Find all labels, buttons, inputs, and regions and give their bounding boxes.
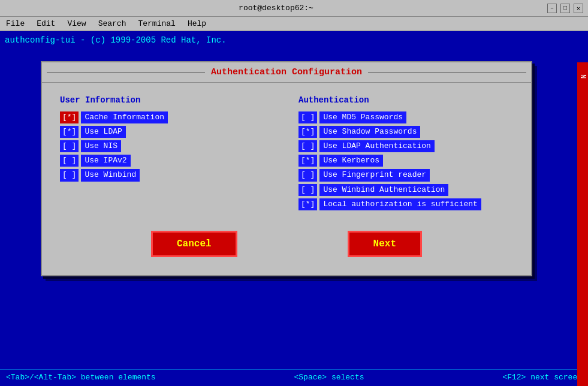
window-bar: root@desktop62:~ – □ ✕: [0, 0, 588, 17]
dialog-body: User Information [*] Cache Information […: [42, 83, 531, 275]
label-md5: Use MD5 Passwords: [319, 111, 406, 123]
menu-edit[interactable]: Edit: [34, 19, 58, 29]
checkbox-shadow[interactable]: [*]: [298, 126, 317, 138]
option-kerberos[interactable]: [*] Use Kerberos: [298, 155, 513, 167]
option-local-auth[interactable]: [*] Local authorization is sufficient: [298, 198, 513, 210]
dialog-buttons: Cancel Next: [60, 231, 513, 257]
checkbox-ldap-auth[interactable]: [ ]: [298, 140, 317, 152]
window-controls: – □ ✕: [547, 4, 583, 13]
checkbox-md5[interactable]: [ ]: [298, 111, 317, 123]
option-use-winbind[interactable]: [ ] Use Winbind: [60, 169, 275, 181]
label-winbind-auth: Use Winbind Authentication: [319, 184, 448, 196]
auth-heading: Authentication: [298, 95, 513, 107]
label-shadow: Use Shadow Passwords: [319, 126, 420, 138]
columns: User Information [*] Cache Information […: [60, 95, 513, 213]
window-title: root@desktop62:~: [5, 4, 547, 13]
right-edge-bar: N: [577, 62, 588, 386]
option-md5[interactable]: [ ] Use MD5 Passwords: [298, 111, 513, 123]
next-button[interactable]: Next: [348, 231, 422, 257]
menu-file[interactable]: File: [4, 19, 27, 29]
option-cache-info[interactable]: [*] Cache Information: [60, 111, 275, 123]
checkbox-ldap[interactable]: [*]: [60, 126, 79, 138]
status-bar: <Tab>/<Alt-Tab> between elements <Space>…: [0, 369, 588, 386]
option-fingerprint[interactable]: [ ] Use Fingerprint reader: [298, 169, 513, 181]
checkbox-nis[interactable]: [ ]: [60, 140, 79, 152]
checkbox-kerberos[interactable]: [*]: [298, 155, 317, 167]
user-info-column: User Information [*] Cache Information […: [60, 95, 275, 213]
label-nis: Use NIS: [81, 140, 121, 152]
label-ldap-auth: Use LDAP Authentication: [319, 140, 434, 152]
label-local-auth: Local authorization is sufficient: [319, 198, 481, 210]
label-ipav2: Use IPAv2: [81, 155, 130, 167]
minimize-button[interactable]: –: [547, 4, 557, 13]
status-space-hint: <Space> selects: [294, 372, 364, 383]
option-winbind-auth[interactable]: [ ] Use Winbind Authentication: [298, 184, 513, 196]
menu-view[interactable]: View: [65, 19, 88, 29]
cancel-button[interactable]: Cancel: [151, 231, 237, 257]
dialog-title-bar: Authentication Configuration: [42, 62, 531, 83]
authentication-column: Authentication [ ] Use MD5 Passwords [*]…: [298, 95, 513, 213]
label-kerberos: Use Kerberos: [319, 155, 383, 167]
option-ldap-auth[interactable]: [ ] Use LDAP Authentication: [298, 140, 513, 152]
maximize-button[interactable]: □: [560, 4, 570, 13]
checkbox-fingerprint[interactable]: [ ]: [298, 169, 317, 181]
user-info-heading: User Information: [60, 95, 275, 107]
status-tab-hint: <Tab>/<Alt-Tab> between elements: [6, 372, 156, 383]
dialog-title-text: Authentication Configuration: [205, 67, 368, 77]
checkbox-cache[interactable]: [*]: [60, 111, 79, 123]
checkbox-winbind[interactable]: [ ]: [60, 169, 79, 181]
close-button[interactable]: ✕: [574, 4, 583, 13]
status-f12-hint: <F12> next screen: [502, 372, 582, 383]
right-edge-text: N: [578, 74, 588, 79]
option-use-nis[interactable]: [ ] Use NIS: [60, 140, 275, 152]
menu-search[interactable]: Search: [96, 19, 129, 29]
label-winbind: Use Winbind: [81, 169, 140, 181]
checkbox-winbind-auth[interactable]: [ ]: [298, 184, 317, 196]
menu-help[interactable]: Help: [185, 19, 209, 29]
terminal-top-line: authconfig-tui - (c) 1999-2005 Red Hat, …: [5, 35, 583, 47]
checkbox-local-auth[interactable]: [*]: [298, 198, 317, 210]
menu-terminal[interactable]: Terminal: [135, 19, 177, 29]
checkbox-ipav2[interactable]: [ ]: [60, 155, 79, 167]
auth-config-dialog: Authentication Configuration User Inform…: [41, 61, 532, 276]
label-fingerprint: Use Fingerprint reader: [319, 169, 430, 181]
menu-bar: File Edit View Search Terminal Help: [0, 17, 588, 31]
option-shadow[interactable]: [*] Use Shadow Passwords: [298, 126, 513, 138]
terminal: authconfig-tui - (c) 1999-2005 Red Hat, …: [0, 31, 588, 386]
option-use-ldap[interactable]: [*] Use LDAP: [60, 126, 275, 138]
label-ldap: Use LDAP: [81, 126, 125, 138]
option-use-ipav2[interactable]: [ ] Use IPAv2: [60, 155, 275, 167]
label-cache: Cache Information: [81, 111, 168, 123]
